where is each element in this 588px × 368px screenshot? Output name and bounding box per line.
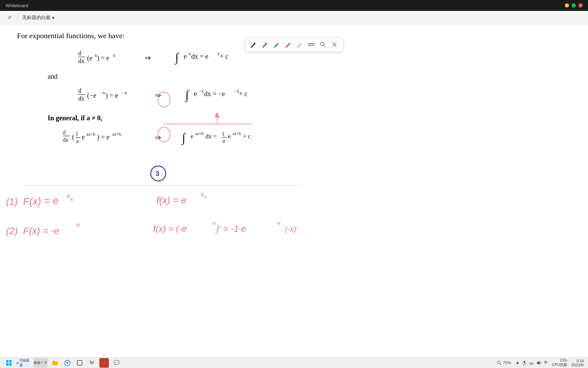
svg-text:⇒: ⇒	[155, 91, 161, 99]
formula-row-3: d dx ( 1 a e ax+b ) = e ax+b ⇒ ∫ e ax+b	[61, 127, 581, 148]
svg-text:ax+b: ax+b	[233, 131, 241, 136]
svg-text:1: 1	[222, 131, 225, 137]
svg-rect-107	[77, 361, 82, 365]
svg-text:−x: −x	[234, 89, 239, 94]
svg-text:x: x	[113, 53, 115, 58]
svg-point-106	[67, 362, 68, 364]
svg-text:+ c: + c	[243, 133, 251, 140]
svg-text:3: 3	[156, 170, 159, 177]
zoom-icon	[497, 361, 502, 365]
edge-label: 托福真题	[19, 358, 31, 368]
pencil-red-tool[interactable]	[283, 40, 293, 49]
svg-text:−x: −x	[122, 90, 127, 95]
svg-text:a: a	[223, 138, 225, 143]
formula-deriv-3: d dx ( 1 a e ax+b ) = e ax+b	[61, 127, 143, 148]
svg-text:f(x) = e: f(x) = e	[157, 195, 186, 205]
svg-text:f(x) = (-e: f(x) = (-e	[153, 224, 187, 234]
app-title: Whiteboard	[5, 3, 28, 8]
whiteboard-title[interactable]: 无标题的白板 ▾	[22, 15, 54, 21]
mic-icon	[522, 361, 527, 365]
volume-icon	[536, 361, 542, 365]
close-button[interactable]	[578, 3, 583, 7]
svg-marker-112	[537, 361, 540, 365]
edge-browser-app[interactable]: e 托福真题	[16, 358, 31, 368]
ruler-tool[interactable]	[307, 40, 316, 49]
toolbar-row: ↺ 无标题的白板 ▾	[0, 11, 588, 25]
svg-text:x: x	[189, 51, 191, 56]
svg-text:-x: -x	[276, 220, 281, 226]
whiteboard-title-text: 无标题的白板	[22, 15, 51, 21]
svg-text:-x: -x	[303, 234, 308, 236]
svg-rect-99	[6, 360, 9, 363]
pencil-gray-tool[interactable]	[295, 40, 305, 49]
tablet-app[interactable]	[75, 358, 84, 368]
svg-text:F(x) = e: F(x) = e	[23, 195, 59, 207]
file-manager-app[interactable]	[50, 358, 60, 368]
svg-text:d: d	[63, 129, 66, 135]
in-general-text: In general, if a ≠ 0,	[48, 114, 581, 122]
word-app[interactable]: W	[87, 358, 97, 368]
window-controls	[565, 3, 583, 7]
search-label: 搜索一下	[34, 361, 47, 365]
svg-text:-x: -x	[211, 220, 216, 226]
floating-toolbar	[245, 37, 343, 52]
wechat-app[interactable]: 💬	[112, 358, 121, 368]
svg-text:d: d	[78, 50, 81, 57]
divider-line	[24, 185, 303, 186]
svg-text:ax+b: ax+b	[86, 132, 95, 137]
music-app[interactable]: ♪	[99, 358, 109, 368]
svg-text:∫: ∫	[175, 50, 179, 65]
svg-text:x: x	[200, 190, 205, 198]
formula-integral-2: ∫ e −x dx = −e −x + c	[184, 86, 262, 105]
maximize-button[interactable]	[572, 3, 576, 7]
network-icon	[529, 361, 534, 365]
pencil-blue-tool[interactable]	[272, 40, 281, 49]
svg-text:−x: −x	[100, 90, 105, 95]
svg-text:e: e	[191, 133, 193, 140]
svg-text:d: d	[78, 87, 81, 94]
svg-text:a: a	[76, 138, 79, 144]
svg-text:e: e	[194, 90, 197, 97]
and-label: and	[48, 73, 581, 80]
svg-text:(e: (e	[87, 54, 93, 62]
svg-text:dx = −e: dx = −e	[204, 90, 225, 97]
system-tray: 中	[515, 360, 548, 366]
close-tool[interactable]	[330, 40, 339, 49]
svg-text:⇒: ⇒	[145, 53, 151, 62]
search-tool[interactable]	[318, 40, 328, 49]
svg-text:(−e: (−e	[87, 92, 96, 99]
svg-text:) = e: ) = e	[97, 133, 110, 141]
chrome-app[interactable]	[63, 358, 72, 368]
svg-text:ax+b: ax+b	[112, 132, 121, 137]
svg-text:×: ×	[204, 194, 207, 200]
arrow-2: ⇒	[153, 90, 170, 101]
svg-rect-102	[9, 363, 12, 366]
svg-text:)' = -1·e: )' = -1·e	[215, 224, 246, 234]
formula-row-2: d dx (−e −x ) = e −x ⇒ ∫ e −x dx = −e −x…	[75, 86, 581, 105]
arrow-1: ⇒	[143, 53, 160, 63]
zoom-control[interactable]: 70%	[497, 361, 511, 365]
taskbar-left: e 托福真题 搜索一下 W ♪ 💬	[4, 358, 121, 368]
title-bar: Whiteboard	[0, 0, 588, 11]
formula-integral-1: ∫ e x dx = e x + c	[174, 48, 242, 67]
svg-text:e: e	[184, 52, 187, 60]
whiteboard-canvas[interactable]: For exponential functions, we have: d dx…	[0, 25, 588, 357]
svg-text:x: x	[217, 51, 219, 56]
svg-text:ax+b: ax+b	[195, 131, 203, 136]
date: 2022/6/	[571, 363, 584, 367]
search-app[interactable]: 搜索一下	[33, 358, 48, 368]
svg-rect-100	[9, 360, 12, 363]
toolbar-divider	[18, 14, 18, 21]
formula-deriv-1: d dx (e x ) = e x	[75, 48, 129, 67]
minimize-button[interactable]	[565, 3, 569, 7]
cpu-info: 15% CPU负载	[552, 358, 567, 367]
back-button[interactable]: ↺	[5, 14, 14, 22]
svg-rect-110	[524, 361, 525, 363]
svg-text:e: e	[228, 133, 231, 140]
svg-text:e: e	[82, 133, 85, 141]
pencil-black-tool[interactable]	[249, 40, 258, 49]
language-indicator: 中	[544, 360, 548, 366]
windows-start-button[interactable]	[4, 358, 14, 368]
svg-point-111	[531, 364, 532, 365]
pencil-purple-tool[interactable]	[260, 40, 270, 49]
